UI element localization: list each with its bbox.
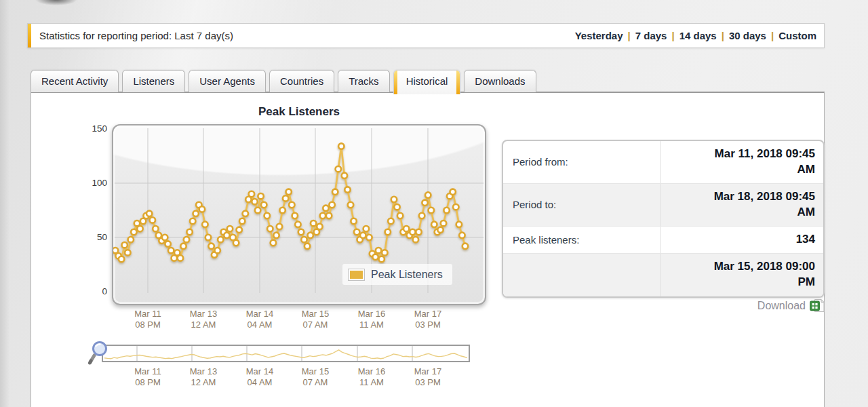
summary-label: Period from: (503, 141, 661, 183)
y-tick-label: 50 (79, 232, 107, 242)
summary-label: Period to: (503, 184, 661, 226)
x-tick-label: Mar 16 11 AM (347, 309, 397, 330)
range-link-7-days[interactable]: 7 days (635, 30, 667, 41)
statistics-header-bar: Statistics for reporting period: Last 7 … (27, 23, 825, 48)
summary-row-period-to: Period to:Mar 18, 2018 09:45 AM (503, 183, 823, 226)
overview-plot (103, 346, 469, 361)
summary-row-peak-listeners: Peak listeners:134 (503, 226, 823, 253)
x-tick-label: Mar 13 12 AM (178, 309, 229, 330)
summary-value: Mar 18, 2018 09:45 AM (661, 184, 823, 226)
range-link-14-days[interactable]: 14 days (679, 30, 717, 41)
tab-countries[interactable]: Countries (269, 70, 334, 92)
chart-legend: Peak Listeners (342, 264, 452, 285)
summary-row-period-from: Period from:Mar 11, 2018 09:45 AM (503, 141, 823, 183)
excel-icon (810, 298, 825, 313)
y-tick-label: 100 (79, 178, 107, 188)
y-tick-label: 150 (79, 123, 107, 134)
x-tick-label: Mar 15 07 AM (290, 366, 340, 388)
page-edge-gradient (0, 0, 9, 407)
legend-swatch (348, 269, 365, 281)
summary-label: Peak listeners: (503, 227, 661, 253)
summary-label (503, 254, 661, 296)
peak-listeners-chart: Peak Listeners (112, 124, 486, 305)
download-label: Download (757, 300, 806, 312)
legend-label: Peak Listeners (371, 269, 443, 281)
range-separator: | (722, 30, 724, 41)
range-link-custom[interactable]: Custom (778, 30, 816, 41)
x-tick-label: Mar 13 12 AM (178, 366, 229, 388)
x-tick-label: Mar 11 08 PM (123, 309, 173, 330)
x-tick-label: Mar 17 03 PM (403, 309, 453, 330)
range-link-30-days[interactable]: 30 days (729, 30, 766, 41)
x-tick-label: Mar 11 08 PM (123, 366, 173, 388)
tab-downloads[interactable]: Downloads (464, 70, 536, 92)
x-tick-label: Mar 17 03 PM (403, 366, 453, 388)
range-links: Yesterday|7 days|14 days|30 days|Custom (575, 30, 824, 41)
range-separator: | (628, 30, 631, 41)
period-summary-table: Period from:Mar 11, 2018 09:45 AMPeriod … (502, 140, 825, 298)
x-tick-label: Mar 16 11 AM (347, 366, 397, 388)
chart-title: Peak Listeners (112, 105, 486, 119)
chart-overview-strip[interactable] (102, 345, 470, 362)
range-link-yesterday[interactable]: Yesterday (575, 30, 623, 41)
reporting-period-title: Statistics for reporting period: Last 7 … (28, 30, 233, 41)
x-tick-label: Mar 14 04 AM (235, 366, 285, 388)
tab-tracks[interactable]: Tracks (338, 70, 389, 92)
download-link[interactable]: Download (644, 298, 825, 313)
zoom-magnifier-icon[interactable] (87, 340, 111, 366)
y-tick-label: 0 (79, 286, 107, 296)
summary-row-peak-time: Mar 15, 2018 09:00 PM (503, 253, 823, 296)
summary-value: Mar 11, 2018 09:45 AM (661, 141, 823, 183)
x-tick-label: Mar 14 04 AM (235, 309, 285, 330)
tab-listeners[interactable]: Listeners (122, 70, 185, 92)
summary-value: 134 (661, 227, 823, 253)
tab-recent-activity[interactable]: Recent Activity (31, 70, 119, 92)
x-tick-label: Mar 15 07 AM (290, 309, 340, 330)
tab-user-agents[interactable]: User Agents (189, 70, 266, 92)
range-separator: | (771, 30, 774, 41)
tab-historical[interactable]: Historical (393, 70, 461, 94)
clipped-top-element (35, 0, 77, 5)
tab-bar: Recent ActivityListenersUser AgentsCount… (31, 69, 536, 92)
summary-value: Mar 15, 2018 09:00 PM (661, 254, 823, 296)
header-accent-bar (28, 24, 31, 47)
range-separator: | (671, 30, 674, 41)
